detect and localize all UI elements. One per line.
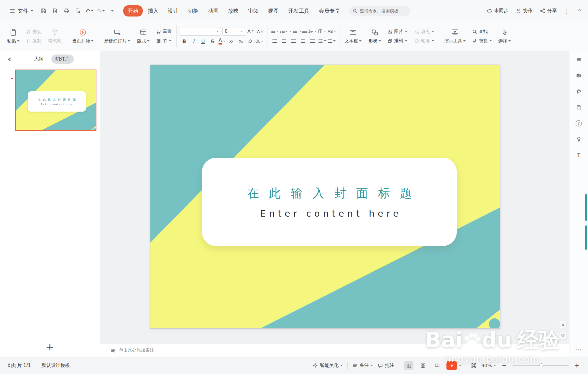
text-direction-button[interactable]: AB <box>328 27 336 35</box>
reading-view-button[interactable] <box>432 361 442 370</box>
layout-button[interactable]: 版式 <box>135 27 152 45</box>
command-search[interactable] <box>349 6 410 16</box>
more-options-button[interactable]: ⋮ <box>564 7 570 14</box>
smart-beautify-button[interactable]: 智能美化 <box>313 363 343 369</box>
subscript-button[interactable]: X₂ <box>237 37 245 45</box>
notes-toggle-button[interactable]: 备注 <box>352 363 373 369</box>
increase-indent-button[interactable] <box>299 27 307 35</box>
numbering-button[interactable] <box>280 27 288 35</box>
menu-tab-审阅[interactable]: 审阅 <box>244 5 263 17</box>
add-slide-button[interactable]: + <box>0 337 100 357</box>
picture-button[interactable]: 图片 <box>386 28 409 35</box>
slide-subtitle-text[interactable]: Enter content here <box>260 208 402 219</box>
menu-tab-插入[interactable]: 插入 <box>143 5 163 17</box>
menu-tab-切换[interactable]: 切换 <box>183 5 203 17</box>
zoom-slider[interactable] <box>513 365 569 366</box>
strikethrough-button[interactable]: S <box>208 37 216 45</box>
align-left-button[interactable] <box>271 37 279 45</box>
slide-sorter-view-button[interactable] <box>418 361 428 370</box>
pages-button[interactable] <box>574 103 583 112</box>
menu-tab-视图[interactable]: 视图 <box>264 5 283 17</box>
tips-button[interactable] <box>574 135 583 144</box>
slideshow-button[interactable] <box>446 361 461 370</box>
file-menu[interactable]: 文件 <box>6 5 36 17</box>
properties-button[interactable] <box>574 71 583 80</box>
template-name[interactable]: 默认设计模板 <box>42 363 70 369</box>
select-button[interactable]: 选择 <box>496 27 513 45</box>
notes-bar[interactable]: 单击此处添加备注 <box>100 344 569 357</box>
replace-button[interactable]: 替换 <box>470 37 494 45</box>
cut-button[interactable]: 剪切 <box>24 28 43 35</box>
fit-slide-button[interactable] <box>471 363 477 368</box>
justify-button[interactable] <box>299 37 307 45</box>
zoom-level[interactable]: 90% <box>481 363 496 368</box>
distribute-button[interactable] <box>308 37 316 45</box>
print-preview-button[interactable] <box>73 6 83 16</box>
shapes-button[interactable]: 形状 <box>366 27 383 45</box>
zoom-slider-thumb[interactable] <box>539 363 543 367</box>
bold-button[interactable]: B <box>180 37 188 45</box>
search-input[interactable] <box>360 9 407 13</box>
font-name-combobox[interactable] <box>180 27 221 36</box>
copy-button[interactable]: 复制 <box>24 37 43 45</box>
scrollbar-thumb[interactable] <box>585 225 587 250</box>
more-tools-button[interactable]: ⋯ <box>576 345 582 352</box>
reset-button[interactable]: 重置 <box>154 28 173 35</box>
task-pane-button[interactable] <box>574 55 583 64</box>
columns-button[interactable] <box>318 27 326 35</box>
customize-quick-toolbar-button[interactable] <box>107 6 117 16</box>
collaborate-button[interactable]: 协作 <box>515 8 533 14</box>
redo-button[interactable]: ↷ <box>96 6 106 16</box>
menu-tab-开始[interactable]: 开始 <box>123 5 143 17</box>
decrease-font-button[interactable]: A <box>256 27 264 35</box>
outline-button[interactable]: 轮廓 <box>413 37 436 45</box>
undo-button[interactable]: ↶ <box>84 6 94 16</box>
find-button[interactable]: 查找 <box>470 28 494 35</box>
increase-font-button[interactable]: A <box>247 27 255 35</box>
bullets-button[interactable] <box>270 27 278 35</box>
print-button[interactable] <box>61 6 71 16</box>
paragraph-settings-button[interactable] <box>328 37 336 45</box>
export-button[interactable] <box>50 6 60 16</box>
menu-tab-放映[interactable]: 放映 <box>224 5 243 17</box>
sync-status-button[interactable]: 未同步 <box>487 8 508 14</box>
presentation-tools-button[interactable]: 演示工具 <box>442 27 468 45</box>
favorites-button[interactable] <box>574 87 583 96</box>
slide-title-text[interactable]: 在此输入封面标题 <box>247 185 422 201</box>
menu-tab-会员专享[interactable]: 会员专享 <box>314 5 344 17</box>
new-slide-button[interactable]: 新建幻灯片 <box>102 27 132 45</box>
align-right-button[interactable] <box>290 37 298 45</box>
textbox-button[interactable]: 文本框 <box>342 27 364 45</box>
help-button[interactable]: ? <box>574 119 583 128</box>
menu-tab-开发工具[interactable]: 开发工具 <box>284 5 314 17</box>
menu-tab-设计[interactable]: 设计 <box>163 5 183 17</box>
normal-view-button[interactable] <box>404 361 413 370</box>
play-from-current-button[interactable]: 当页开始 <box>70 27 96 45</box>
section-button[interactable]: 节 <box>154 37 173 45</box>
arrange-button[interactable]: 排列 <box>386 37 409 45</box>
previous-slide-button[interactable] <box>559 321 567 328</box>
clear-format-button[interactable] <box>246 37 254 45</box>
tab-outline[interactable]: 大纲 <box>30 55 48 64</box>
slide-thumbnail[interactable]: 在此输入封面标题 Enter content here <box>15 70 96 131</box>
paste-button[interactable]: 粘贴 <box>5 27 22 45</box>
fill-button[interactable]: 填充 <box>413 28 436 35</box>
collapse-panel-button[interactable]: « <box>8 55 12 63</box>
title-card[interactable]: 在此输入封面标题 Enter content here <box>202 158 457 246</box>
align-center-button[interactable] <box>280 37 288 45</box>
line-spacing-button[interactable] <box>318 37 326 45</box>
font-color-button[interactable]: A <box>218 37 226 45</box>
text-sort-button[interactable] <box>308 27 316 35</box>
next-slide-button[interactable] <box>559 332 567 340</box>
phonetic-guide-button[interactable]: 文 <box>256 37 264 45</box>
font-size-combobox[interactable]: 0 <box>222 27 245 36</box>
scrollbar-thumb[interactable] <box>585 194 587 221</box>
italic-button[interactable]: I <box>190 37 198 45</box>
superscript-button[interactable]: X² <box>227 37 235 45</box>
slide-editor[interactable]: 在此输入封面标题 Enter content here <box>150 65 500 328</box>
share-button[interactable]: 分享 <box>540 8 557 14</box>
comments-button[interactable]: 批注 <box>378 363 394 369</box>
collapse-ribbon-button[interactable] <box>577 8 582 14</box>
decrease-indent-button[interactable] <box>289 27 297 35</box>
save-button[interactable] <box>38 6 48 16</box>
